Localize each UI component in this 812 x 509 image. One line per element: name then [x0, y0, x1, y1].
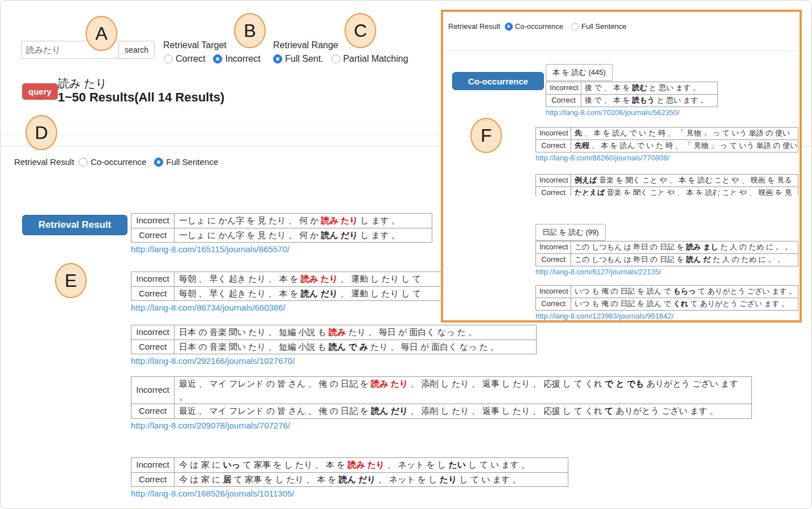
row-judgment-label: Incorrect: [131, 272, 175, 287]
retrieval-result-toggle-f-label: Retrieval Result: [448, 22, 500, 31]
annotation-d: D: [25, 115, 57, 150]
result-table: Incorrectいつ も 俺 の 日記 を 読ん で もらっ て ありがとう …: [535, 285, 798, 311]
sentence-text: 、 本 を 読ん で い た 時 、 「 見物 」 っ て いう 単語 の 使い: [582, 129, 790, 137]
sentence-text: て 家事 を し たり 、 本 を: [231, 474, 339, 484]
radio-cooccurrence-f-label: Co-occurrence: [515, 22, 563, 31]
result-row: Correct日本 の 音楽 聞い たり 、 短編 小説 も 読ん で み たり…: [131, 340, 537, 354]
sentence-cell: 先 、 本 を 読ん で い た 時 、 「 見物 」 っ て いう 単語 の …: [571, 128, 798, 140]
clipped-result-area: Incorrect例えば 音楽 を 聞く こと や 、 本 を 読む こと や …: [535, 174, 798, 196]
result-source-link[interactable]: http://lang-8.com/86734/journals/660386/: [131, 303, 286, 312]
correction-text: 先: [575, 129, 582, 137]
sentence-text: 後 で 、 本 を: [585, 96, 632, 104]
sentence-cell: 今 は 家 に 居 て 家事 を し たり 、 本 を 読ん だり 、 ネット …: [175, 472, 568, 487]
sentence-text: と 思い ます 。: [647, 83, 700, 92]
query-match-text: 読み たり: [371, 379, 408, 388]
sentence-text: この しつもん は 昨日 の 日記 を: [575, 255, 686, 264]
result-source-link[interactable]: http://lang-8.com/165115/journals/865570…: [131, 244, 290, 254]
cooccurrence-panel: Retrieval Result Co-occurrence Full Sent…: [441, 10, 802, 323]
result-table: Incorrect後 で 、 本 を 読む と 思い ます 。Correct後 …: [546, 82, 718, 107]
correction-text: で と でも: [605, 379, 644, 388]
sentence-text: し て い ます 。: [457, 474, 521, 484]
retrieval-result-section-button[interactable]: Retrieval Result: [22, 215, 127, 235]
row-judgment-label: Incorrect: [131, 377, 175, 404]
result-table: Incorrect例えば 音楽 を 聞く こと や 、 本 を 読む こと や …: [535, 174, 798, 196]
correction-text: 読ん だり: [339, 474, 376, 484]
result-block: Incorrect最近 、 マイ フレンド の 皆 さん 、 俺 の 日記 を …: [131, 376, 752, 431]
result-source-link[interactable]: http://lang-8.com/292166/journals/102767…: [131, 356, 295, 366]
sentence-text: し て い ます 。: [466, 460, 530, 469]
correction-text: たい: [449, 460, 466, 469]
result-row: Correct先程 、 本 を 読ん で い た 時 、 「 見物 」 っ て …: [536, 139, 798, 152]
radio-full-sentence[interactable]: [154, 158, 163, 167]
result-row: Incorrect先 、 本 を 読ん で い た 時 、 「 見物 」 っ て…: [536, 128, 798, 140]
result-source-link[interactable]: http://lang-8.com/209078/journals/707276…: [131, 421, 290, 430]
retrieval-result-toggle-f: Retrieval Result Co-occurrence Full Sent…: [448, 22, 635, 31]
sentence-text: 今 は 家 に: [179, 460, 223, 469]
sentence-cell: 一しょ に かん字 を 見 たり 、 何 か 読み たり し ます 。: [175, 214, 432, 228]
result-row: Correct後 で 、 本 を 読もう と 思い ます 。: [546, 94, 718, 107]
search-button[interactable]: search: [118, 41, 155, 59]
sentence-text: たり 、 毎日 が 面白く なっ た 。: [368, 342, 499, 351]
radio-cooccurrence-f[interactable]: [505, 23, 513, 31]
radio-partial-matching-label: Partial Matching: [343, 54, 409, 64]
radio-correct-label: Correct: [176, 54, 205, 64]
cooccurrence-section-button[interactable]: Co-occurrence: [452, 72, 544, 90]
result-row: Incorrect例えば 音楽 を 聞く こと や 、 本 を 読む こと や …: [536, 175, 798, 187]
result-row: Incorrect後 で 、 本 を 読む と 思い ます 。: [546, 82, 718, 95]
sentence-cell: この しつもん は 昨日 の 日記 を 読み まし た 人 の ため に 。 。: [571, 241, 798, 254]
result-source-link[interactable]: http://lang-8.com/88260/journals/770808/: [535, 154, 669, 162]
sentence-text: と 思い ます 。: [654, 96, 708, 104]
row-judgment-label: Correct: [536, 298, 571, 310]
row-judgment-label: Correct: [131, 404, 175, 419]
result-block: Incorrect今 は 家 に いっ て 家事 を し たり 、 本 を 読み…: [131, 457, 568, 499]
row-judgment-label: Incorrect: [131, 214, 175, 228]
radio-partial-matching[interactable]: [331, 54, 341, 63]
radio-incorrect[interactable]: [213, 54, 222, 63]
radio-correct[interactable]: [164, 54, 173, 63]
radio-full-sentence-label: Full Sentence: [166, 157, 218, 167]
radio-full-sentence-f[interactable]: [571, 23, 579, 31]
row-judgment-label: Correct: [536, 253, 571, 266]
correction-text: たり: [440, 474, 457, 484]
row-judgment-label: Incorrect: [536, 241, 571, 254]
result-row: Correctいつ も 俺 の 日記 を 読ん で くれ て ありがとう ござい…: [536, 298, 798, 310]
result-row: Correct今 は 家 に 居 て 家事 を し たり 、 本 を 読ん だり…: [131, 472, 568, 487]
sentence-text: た 人 の ため に 。 。: [711, 255, 785, 264]
correction-text: 先程: [575, 141, 589, 150]
annotation-c: C: [345, 13, 376, 48]
result-source-link[interactable]: http://lang-8.com/6127/journals/22135/: [535, 268, 661, 276]
cooccurrence-group-header: 日記 を 読む (99): [535, 224, 606, 241]
query-match-text: 読み たり: [321, 215, 358, 225]
divider: [443, 50, 800, 51]
retrieval-result-toggle: Retrieval Result Co-occurrence Full Sent…: [14, 157, 226, 167]
sentence-text: 後 で 、 本 を: [585, 83, 632, 92]
retrieval-range-label: Retrieval Range: [273, 40, 338, 50]
annotation-a: A: [86, 16, 117, 51]
result-block: Incorrect先 、 本 を 読ん で い た 時 、 「 見物 」 っ て…: [535, 127, 798, 163]
result-source-link[interactable]: http://lang-8.com/123983/journals/951642…: [535, 312, 674, 320]
result-block: Incorrectこの しつもん は 昨日 の 日記 を 読み まし た 人 の…: [535, 241, 798, 277]
result-source-link[interactable]: http://lang-8.com/168526/journals/101130…: [131, 489, 294, 498]
result-source-link[interactable]: http://lang-8.com/70206/journals/562350/: [546, 108, 679, 117]
radio-cooccurrence[interactable]: [79, 158, 88, 167]
row-judgment-label: Incorrect: [546, 82, 581, 95]
sentence-cell: 一しょ に かん字 を 見 たり 、 何 か 読ん だり し ます 。: [175, 228, 432, 243]
sentence-text: 最近 、 マイ フレンド の 皆 さん 、 俺 の 日記 を: [179, 379, 371, 388]
correction-text: たとえば: [575, 188, 605, 196]
row-judgment-label: Correct: [131, 472, 175, 487]
sentence-text: 音楽 を 聞く こと や 、 本 を 読む こと や 、 映画 を 見: [605, 188, 792, 196]
sentence-cell: 最近 、 マイ フレンド の 皆 さん 、 俺 の 日記 を 読ん だり 、 添…: [175, 404, 752, 419]
sentence-text: て ありがとう ござい ます 。: [696, 287, 796, 295]
sentence-cell: 日本 の 音楽 聞い たり 、 短編 小説 も 読み たり 、 毎日 が 面白く…: [175, 325, 537, 340]
correction-text: 読ん だり: [321, 230, 358, 240]
result-row: Incorrect毎朝 、 早く 起き たり 、 本 を 読み たり 、 運動 …: [131, 272, 441, 287]
correction-text: もらっ: [673, 287, 696, 295]
result-row: Incorrect一しょ に かん字 を 見 たり 、 何 か 読み たり し …: [131, 214, 432, 228]
sentence-text: この しつもん は 昨日 の 日記 を: [575, 243, 686, 251]
query-match-text: 読み たり: [348, 460, 385, 469]
query-text: 読み たり: [58, 76, 107, 91]
radio-full-sent[interactable]: [273, 54, 282, 63]
result-table: Incorrectこの しつもん は 昨日 の 日記 を 読み まし た 人 の…: [535, 241, 798, 266]
query-badge: query: [22, 83, 58, 100]
sentence-cell: 今 は 家 に いっ て 家事 を し たり 、 本 を 読み たり 、 ネット…: [175, 458, 568, 473]
